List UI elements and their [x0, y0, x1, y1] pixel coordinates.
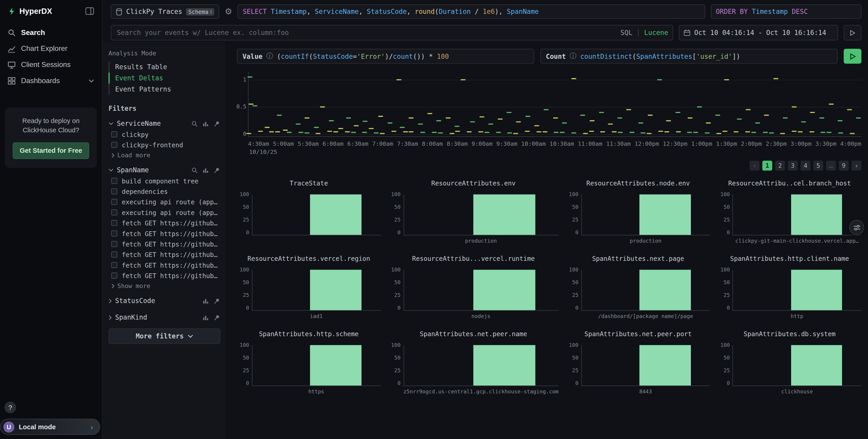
mini-bar[interactable]	[473, 345, 535, 385]
checkbox[interactable]	[111, 252, 117, 258]
filter-chart-icon[interactable]	[203, 314, 209, 321]
filter-group-header-servicename[interactable]: ServiceName	[108, 118, 220, 129]
pin-icon[interactable]	[214, 120, 220, 127]
filter-option[interactable]: clickpy	[108, 129, 220, 140]
checkbox[interactable]	[111, 230, 117, 236]
more-filters-button[interactable]: More filters	[108, 328, 220, 344]
pagination-page-5[interactable]: 5	[813, 161, 823, 171]
filter-search-icon[interactable]	[191, 120, 197, 127]
schema-badge[interactable]: Schema ▴▾	[186, 8, 214, 15]
help-button[interactable]: ?	[4, 402, 16, 413]
mini-bar[interactable]	[791, 345, 842, 385]
mini-chart[interactable]: ResourceAttributes.env10050250production	[389, 180, 559, 244]
filter-chart-icon[interactable]	[203, 298, 209, 304]
filter-option[interactable]: executing api route (app)…	[108, 197, 220, 207]
pin-icon[interactable]	[214, 314, 220, 321]
mini-bar[interactable]	[791, 270, 842, 310]
mini-bar[interactable]	[640, 195, 691, 235]
checkbox[interactable]	[111, 209, 117, 215]
sidebar-item-chart-explorer[interactable]: Chart Explorer	[0, 40, 102, 57]
local-mode-button[interactable]: U Local mode ›	[0, 419, 100, 435]
mini-chart[interactable]: SpanAttributes.next.page10050250/dashboa…	[566, 255, 710, 319]
mini-bar[interactable]	[310, 345, 362, 385]
pagination-page-4[interactable]: 4	[801, 161, 811, 171]
filter-option[interactable]: fetch GET https://github.…	[108, 228, 220, 239]
mini-bar[interactable]	[310, 195, 362, 235]
pagination-page-2[interactable]: 2	[775, 161, 785, 171]
mini-bar[interactable]	[640, 270, 691, 310]
pagination-page-3[interactable]: 3	[788, 161, 798, 171]
sidebar-collapse-icon[interactable]	[85, 7, 94, 15]
filter-option[interactable]: fetch GET https://github.…	[108, 239, 220, 249]
pagination-page-9[interactable]: 9	[839, 161, 849, 171]
filter-option[interactable]: build component tree	[108, 176, 220, 186]
filter-chart-icon[interactable]	[203, 120, 209, 127]
filter-option[interactable]: executing api route (app)…	[108, 207, 220, 218]
filter-group-header-spanname[interactable]: SpanName	[108, 165, 220, 176]
analysis-mode-event-patterns[interactable]: Event Patterns	[108, 84, 220, 95]
sql-select-editor[interactable]: SELECT Timestamp, ServiceName, StatusCod…	[238, 4, 705, 19]
filter-option[interactable]: dependencies	[108, 186, 220, 197]
checkbox[interactable]	[111, 199, 117, 205]
filter-group-header-statuscode[interactable]: StatusCode	[108, 295, 220, 306]
gear-icon[interactable]: ⚙	[225, 7, 232, 17]
pagination-page-1[interactable]: 1	[762, 161, 772, 171]
checkbox[interactable]	[111, 262, 117, 268]
mini-chart[interactable]: SpanAttributes.net.peer.port100502508443	[566, 330, 710, 394]
sidebar-item-client-sessions[interactable]: Client Sessions	[0, 57, 102, 72]
run-query-button[interactable]	[844, 49, 861, 64]
mini-chart[interactable]: SpanAttributes.http.scheme10050250https	[237, 330, 380, 394]
deltas-plot-area[interactable]: 10.50	[248, 71, 861, 137]
pin-icon[interactable]	[214, 298, 220, 304]
date-range-picker[interactable]: Oct 10 04:16:14 - Oct 10 16:16:14	[679, 25, 838, 40]
filter-option[interactable]: fetch GET https://github.…	[108, 218, 220, 228]
checkbox[interactable]	[111, 178, 117, 184]
analysis-mode-results-table[interactable]: Results Table	[108, 61, 220, 72]
checkbox[interactable]	[111, 273, 117, 279]
filter-option[interactable]: fetch GET https://github.…	[108, 249, 220, 260]
mini-chart[interactable]: ResourceAttributes.node.env10050250produ…	[566, 180, 710, 244]
mini-chart[interactable]: ResourceAttribu...vercel.runtime10050250…	[389, 255, 559, 319]
filter-chart-icon[interactable]	[203, 167, 209, 173]
mini-bar[interactable]	[791, 195, 842, 235]
mini-chart[interactable]: ResourceAttributes.vercel.region10050250…	[237, 255, 380, 319]
mini-chart[interactable]: SpanAttributes.net.peer.name10050250z5nr…	[389, 330, 559, 394]
mini-chart[interactable]: ResourceAttribu..cel.branch_host10050250…	[718, 180, 861, 244]
filter-option[interactable]: clickpy-frontend	[108, 140, 220, 150]
filter-option[interactable]: fetch GET https://github.…	[108, 260, 220, 270]
sidebar-item-dashboards[interactable]: Dashboards	[0, 72, 102, 89]
mini-bar[interactable]	[310, 270, 362, 310]
chart-settings-button[interactable]	[849, 220, 864, 235]
analysis-mode-event-deltas[interactable]: Event Deltas	[108, 72, 220, 84]
value-expression-input[interactable]: Value ⓘ (countIf(StatusCode='Error')/cou…	[237, 49, 534, 64]
mini-bar[interactable]	[640, 345, 691, 385]
get-started-button[interactable]: Get Started for Free	[12, 142, 89, 159]
mini-chart[interactable]: TraceState10050250	[237, 180, 380, 244]
mode-lucene-toggle[interactable]: Lucene	[644, 29, 669, 36]
pagination-prev[interactable]: ‹	[750, 161, 760, 171]
mode-sql-toggle[interactable]: SQL	[620, 29, 632, 36]
show-more-link[interactable]: Show more	[108, 281, 220, 290]
mini-bar[interactable]	[473, 270, 535, 310]
filter-group-header-spankind[interactable]: SpanKind	[108, 312, 220, 323]
checkbox[interactable]	[111, 131, 117, 137]
search-input[interactable]	[116, 28, 617, 37]
checkbox[interactable]	[111, 241, 117, 247]
checkbox[interactable]	[111, 220, 117, 226]
filter-option[interactable]: fetch GET https://github.…	[108, 270, 220, 281]
checkbox[interactable]	[111, 142, 117, 148]
event-deltas-chart[interactable]: 10.50 4:30am5:00am5:30am6:00am6:30am7:00…	[237, 71, 861, 155]
checkbox[interactable]	[111, 188, 117, 195]
pin-icon[interactable]	[214, 167, 220, 173]
submit-search-button[interactable]	[844, 25, 861, 40]
filter-search-icon[interactable]	[191, 167, 197, 173]
load-more-link[interactable]: Load more	[108, 150, 220, 159]
mini-bar[interactable]	[473, 195, 535, 235]
source-select[interactable]: ClickPy Traces Schema ▴▾	[111, 4, 219, 19]
mini-chart[interactable]: SpanAttributes.db.system10050250clickhou…	[718, 330, 861, 394]
sidebar-item-search[interactable]: Search	[0, 24, 102, 40]
pagination-next[interactable]: ›	[851, 161, 861, 171]
mini-chart[interactable]: SpanAttributes.http.client.name10050250h…	[718, 255, 861, 319]
count-expression-input[interactable]: Count ⓘ countDistinct(SpanAttributes['us…	[540, 49, 838, 64]
order-by-editor[interactable]: ORDER BY Timestamp DESC	[711, 4, 861, 19]
